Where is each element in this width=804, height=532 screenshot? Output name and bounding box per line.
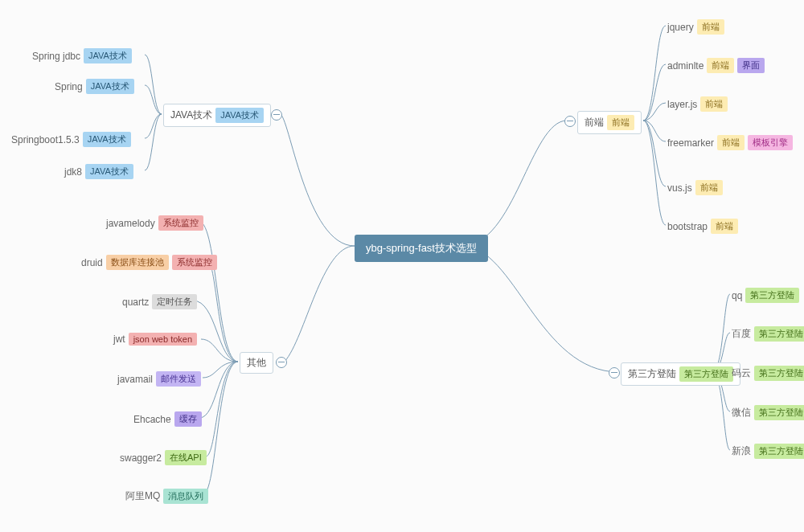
leaf-label: javamelody (106, 218, 155, 229)
hub-java-tag: JAVA技术 (215, 108, 264, 123)
leaf-label: freemarker (667, 137, 714, 149)
leaf-label: 微信 (732, 406, 751, 419)
leaf-tag: 前端 (697, 19, 724, 35)
leaf-label: swagger2 (120, 452, 162, 464)
leaf-label: druid (81, 257, 103, 268)
leaf-vusjs[interactable]: vus.js 前端 (667, 180, 723, 195)
leaf-label: jquery (667, 22, 694, 33)
leaf-druid[interactable]: druid 数据库连接池 系统监控 (81, 255, 217, 270)
leaf-label: bootstrap (667, 221, 708, 232)
leaf-tag: 系统监控 (172, 255, 217, 270)
toggle-other[interactable] (276, 357, 287, 368)
leaf-bootstrap[interactable]: bootstrap 前端 (667, 219, 738, 234)
leaf-quartz[interactable]: quartz 定时任务 (122, 294, 197, 309)
leaf-label: jdk8 (64, 166, 82, 178)
leaf-tag: 系统监控 (158, 215, 203, 231)
hub-other[interactable]: 其他 (240, 352, 273, 374)
hub-thirdparty-label: 第三方登陆 (628, 367, 676, 381)
leaf-alimq[interactable]: 阿里MQ 消息队列 (125, 489, 208, 504)
leaf-tag: 前端 (717, 135, 745, 150)
leaf-tag: 消息队列 (163, 489, 208, 504)
leaf-mayun[interactable]: 码云 第三方登陆 (732, 366, 804, 381)
leaf-javamelody[interactable]: javamelody 系统监控 (106, 215, 203, 231)
leaf-jdk8[interactable]: jdk8 JAVA技术 (64, 164, 133, 179)
leaf-label: Ehcache (133, 414, 171, 425)
leaf-label: quartz (122, 297, 149, 308)
leaf-label: 码云 (732, 366, 751, 380)
leaf-label: vus.js (667, 182, 692, 194)
leaf-tag: JAVA技术 (85, 164, 133, 179)
leaf-tag: JAVA技术 (84, 48, 132, 63)
leaf-jwt[interactable]: jwt json web token (113, 333, 197, 346)
toggle-frontend[interactable] (564, 116, 576, 127)
leaf-label: Springboot1.5.3 (11, 134, 80, 145)
leaf-freemarker[interactable]: freemarker 前端 模板引擎 (667, 135, 793, 150)
hub-thirdparty[interactable]: 第三方登陆 第三方登陆 (621, 362, 740, 386)
toggle-java[interactable] (271, 109, 282, 121)
leaf-tag: 第三方登陆 (754, 326, 804, 342)
mindmap-canvas: ybg-spring-fast技术选型 JAVA技术 JAVA技术 Spring… (0, 0, 804, 532)
leaf-tag: 在线API (165, 450, 207, 465)
hub-frontend-tag: 前端 (607, 115, 634, 130)
leaf-adminlte[interactable]: adminlte 前端 界面 (667, 58, 765, 73)
center-node[interactable]: ybg-spring-fast技术选型 (355, 235, 488, 262)
leaf-layerjs[interactable]: layer.js 前端 (667, 96, 728, 112)
leaf-label: layer.js (667, 99, 697, 110)
leaf-ehcache[interactable]: Ehcache 缓存 (133, 411, 202, 427)
center-label: ybg-spring-fast技术选型 (366, 241, 477, 256)
leaf-javamail[interactable]: javamail 邮件发送 (117, 371, 201, 387)
leaf-sina[interactable]: 新浪 第三方登陆 (732, 444, 804, 459)
hub-frontend[interactable]: 前端 前端 (577, 111, 642, 134)
leaf-jquery[interactable]: jquery 前端 (667, 19, 724, 35)
leaf-tag: 界面 (737, 58, 765, 73)
leaf-spring-jdbc[interactable]: Spring jdbc JAVA技术 (32, 48, 132, 63)
leaf-qq[interactable]: qq 第三方登陆 (732, 288, 799, 303)
leaf-tag: 模板引擎 (748, 135, 793, 150)
leaf-tag: 第三方登陆 (754, 444, 804, 459)
leaf-tag: json web token (129, 333, 197, 346)
leaf-tag: 缓存 (174, 411, 202, 427)
leaf-weixin[interactable]: 微信 第三方登陆 (732, 405, 804, 420)
leaf-tag: 第三方登陆 (754, 405, 804, 420)
leaf-baidu[interactable]: 百度 第三方登陆 (732, 326, 804, 342)
leaf-tag: JAVA技术 (86, 79, 134, 94)
leaf-label: 阿里MQ (125, 489, 160, 503)
leaf-tag: 第三方登陆 (745, 288, 799, 303)
hub-java[interactable]: JAVA技术 JAVA技术 (163, 104, 271, 127)
toggle-thirdparty[interactable] (609, 367, 620, 379)
leaf-springboot[interactable]: Springboot1.5.3 JAVA技术 (11, 132, 131, 147)
leaf-spring[interactable]: Spring JAVA技术 (55, 79, 134, 94)
leaf-label: 新浪 (732, 444, 751, 458)
hub-thirdparty-tag: 第三方登陆 (679, 366, 733, 382)
leaf-swagger2[interactable]: swagger2 在线API (120, 450, 207, 465)
leaf-label: jwt (113, 334, 125, 345)
leaf-label: 百度 (732, 327, 751, 341)
leaf-tag: 定时任务 (152, 294, 197, 309)
leaf-tag: JAVA技术 (83, 132, 131, 147)
leaf-label: adminlte (667, 60, 704, 72)
leaf-tag: 第三方登陆 (754, 366, 804, 381)
leaf-tag: 数据库连接池 (106, 255, 169, 270)
leaf-label: Spring (55, 81, 83, 92)
hub-frontend-label: 前端 (585, 116, 604, 129)
leaf-tag: 前端 (711, 219, 738, 234)
hub-other-label: 其他 (247, 356, 266, 370)
leaf-tag: 前端 (707, 58, 734, 73)
leaf-label: javamail (117, 374, 153, 385)
leaf-tag: 前端 (695, 180, 723, 195)
leaf-label: Spring jdbc (32, 51, 80, 62)
leaf-tag: 前端 (700, 96, 728, 112)
leaf-label: qq (732, 290, 742, 301)
hub-java-label: JAVA技术 (170, 108, 212, 122)
leaf-tag: 邮件发送 (156, 371, 201, 387)
